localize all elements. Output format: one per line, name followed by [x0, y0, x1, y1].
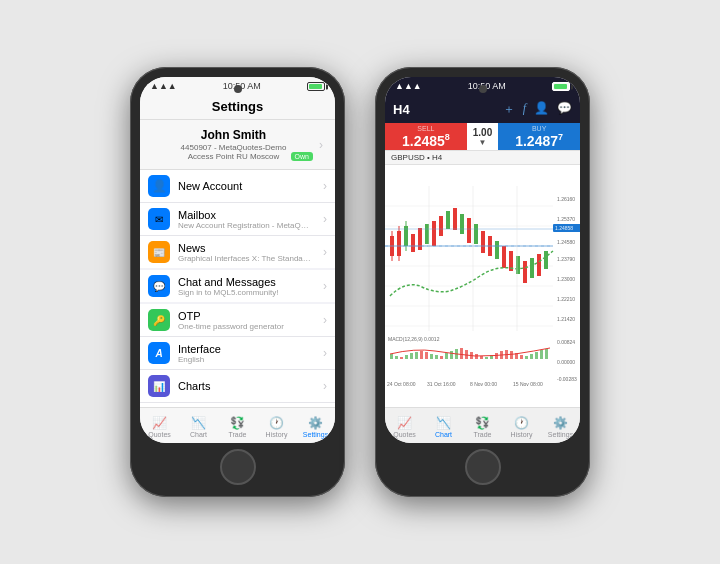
chat-content: Chat and Messages Sign in to MQL5.commun…	[178, 276, 311, 297]
svg-rect-71	[520, 355, 523, 359]
news-icon: 📰	[148, 241, 170, 263]
svg-rect-46	[395, 356, 398, 359]
tab-chart-2[interactable]: 📉 Chart	[424, 413, 463, 438]
settings-icon-2: ⚙️	[553, 416, 568, 430]
svg-rect-34	[495, 241, 499, 259]
svg-rect-28	[453, 208, 457, 230]
chat-title: Chat and Messages	[178, 276, 311, 288]
svg-rect-52	[425, 352, 428, 359]
sell-price: 1.24858	[402, 132, 450, 149]
settings-navbar: Settings	[140, 95, 335, 120]
otp-subtitle: One-time password generator	[178, 322, 311, 331]
svg-rect-47	[400, 357, 403, 359]
chevron-icon: ›	[323, 279, 327, 293]
svg-rect-69	[510, 351, 513, 359]
add-icon[interactable]: ＋	[503, 101, 515, 118]
settings-item-chat[interactable]: 💬 Chat and Messages Sign in to MQL5.comm…	[140, 270, 335, 302]
mailbox-content: Mailbox New Account Registration - MetaQ…	[178, 209, 311, 230]
history-icon-2: 🕐	[514, 416, 529, 430]
svg-text:15 Nov 08:00: 15 Nov 08:00	[513, 381, 543, 387]
interface-title: Interface	[178, 343, 311, 355]
home-button-1[interactable]	[220, 449, 256, 485]
tab-history[interactable]: 🕐 History	[257, 413, 296, 438]
interface-content: Interface English	[178, 343, 311, 364]
time-2: 10:50 AM	[468, 81, 506, 91]
svg-rect-48	[405, 355, 408, 359]
trade-icon-2: 💱	[475, 416, 490, 430]
mailbox-title: Mailbox	[178, 209, 311, 221]
settings-item-mailbox[interactable]: ✉ Mailbox New Account Registration - Met…	[140, 203, 335, 236]
interface-icon: A	[148, 342, 170, 364]
otp-title: OTP	[178, 310, 311, 322]
account-icon[interactable]: 👤	[534, 101, 549, 118]
tab-trade-2[interactable]: 💱 Trade	[463, 413, 502, 438]
svg-text:1.26160: 1.26160	[557, 196, 575, 202]
settings-item-news[interactable]: 📰 News Graphical Interfaces X: The Stand…	[140, 236, 335, 268]
mailbox-icon: ✉	[148, 208, 170, 230]
tab-quotes[interactable]: 📈 Quotes	[140, 413, 179, 438]
timeframe-label[interactable]: H4	[393, 102, 410, 117]
tab-settings[interactable]: ⚙️ Settings	[296, 413, 335, 438]
user-badge: Own	[291, 152, 313, 161]
settings-item-otp[interactable]: 🔑 OTP One-time password generator ›	[140, 304, 335, 337]
chart-label-2: Chart	[435, 431, 452, 438]
chevron-icon: ›	[323, 313, 327, 327]
indicator-icon[interactable]: f	[523, 101, 526, 118]
interface-subtitle: English	[178, 355, 311, 364]
chart-icon-2: 📉	[436, 416, 451, 430]
message-icon[interactable]: 💬	[557, 101, 572, 118]
tab-bar-2: 📈 Quotes 📉 Chart 💱 Trade 🕐 History ⚙️ Se…	[385, 407, 580, 443]
price-chart-svg: 1.26160 1.25370 1.24858 1.24580 1.23790 …	[385, 165, 580, 407]
quotes-label: Quotes	[148, 431, 171, 438]
svg-rect-27	[446, 211, 450, 229]
trade-label-2: Trade	[473, 431, 491, 438]
svg-text:1.22210: 1.22210	[557, 296, 575, 302]
tab-history-2[interactable]: 🕐 History	[502, 413, 541, 438]
svg-rect-25	[432, 221, 436, 246]
svg-rect-55	[440, 356, 443, 359]
otp-content: OTP One-time password generator	[178, 310, 311, 331]
history-label-2: History	[511, 431, 533, 438]
svg-rect-26	[439, 216, 443, 236]
sell-side[interactable]: SELL 1.24858	[385, 123, 467, 150]
spread-section: 1.00 ▼	[467, 123, 498, 150]
battery-fill	[309, 84, 322, 89]
buy-side[interactable]: BUY 1.24877	[498, 123, 580, 150]
svg-rect-24	[425, 224, 429, 244]
trade-label: Trade	[228, 431, 246, 438]
settings-item-interface[interactable]: A Interface English ›	[140, 337, 335, 370]
chat-icon: 💬	[148, 275, 170, 297]
svg-text:MACD(12,26,9) 0.0012: MACD(12,26,9) 0.0012	[388, 336, 440, 342]
settings-item-new-account[interactable]: 👤 New Account ›	[140, 170, 335, 203]
svg-rect-73	[530, 354, 533, 359]
svg-rect-76	[545, 349, 548, 359]
settings-label-2: Settings	[548, 431, 573, 438]
svg-rect-31	[474, 224, 478, 244]
status-bar-1: ▲▲▲ 10:50 AM	[140, 77, 335, 95]
tab-settings-2[interactable]: ⚙️ Settings	[541, 413, 580, 438]
new-account-icon: 👤	[148, 175, 170, 197]
chart-area[interactable]: 1.26160 1.25370 1.24858 1.24580 1.23790 …	[385, 165, 580, 407]
battery-fill-2	[554, 84, 567, 89]
tab-quotes-2[interactable]: 📈 Quotes	[385, 413, 424, 438]
news-content: News Graphical Interfaces X: The Standar…	[178, 242, 311, 263]
symbol-bar: GBPUSD • H4	[385, 151, 580, 165]
home-button-2[interactable]	[465, 449, 501, 485]
user-section[interactable]: John Smith 4450907 - MetaQuotes-Demo Acc…	[140, 120, 335, 170]
settings-item-charts[interactable]: 📊 Charts ›	[140, 370, 335, 403]
chevron-icon: ›	[323, 379, 327, 393]
tab-chart[interactable]: 📉 Chart	[179, 413, 218, 438]
svg-rect-49	[410, 353, 413, 359]
svg-text:0.00824: 0.00824	[557, 339, 575, 345]
tab-trade[interactable]: 💱 Trade	[218, 413, 257, 438]
buy-label: BUY	[532, 125, 546, 132]
status-bar-2: ▲▲▲ 10:50 AM	[385, 77, 580, 95]
history-label: History	[266, 431, 288, 438]
svg-rect-62	[475, 354, 478, 359]
time-1: 10:50 AM	[223, 81, 261, 91]
settings-group-2: 💬 Chat and Messages Sign in to MQL5.comm…	[140, 270, 335, 302]
chevron-icon: ›	[323, 179, 327, 193]
chart-navbar: H4 ＋ f 👤 💬	[385, 95, 580, 123]
user-card[interactable]: John Smith 4450907 - MetaQuotes-Demo Acc…	[140, 120, 335, 170]
svg-rect-56	[445, 353, 448, 359]
